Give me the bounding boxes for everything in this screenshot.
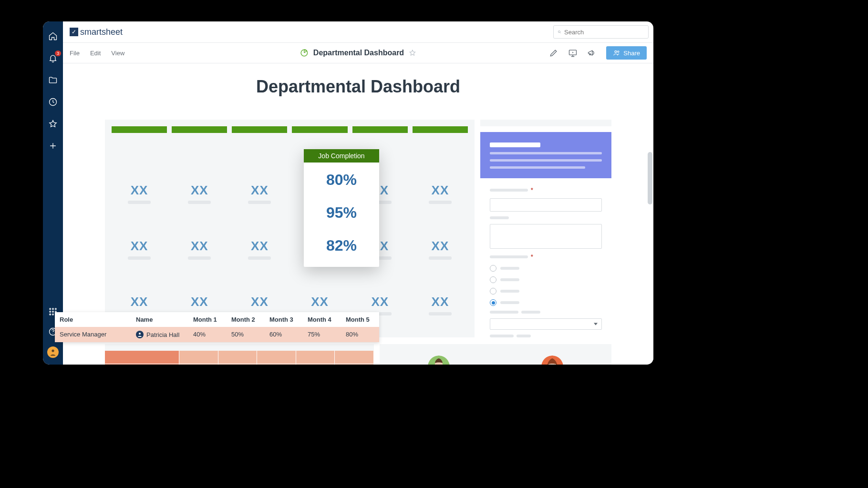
- home-icon[interactable]: [48, 31, 58, 41]
- chevron-down-icon: [594, 322, 598, 326]
- svg-point-14: [558, 31, 560, 33]
- th-month3: Month 3: [265, 312, 303, 327]
- th-name: Name: [131, 312, 188, 327]
- brand-text: smartsheet: [80, 27, 123, 37]
- th-month1: Month 1: [188, 312, 227, 327]
- form-radio-option-selected[interactable]: [490, 299, 602, 306]
- favorite-star-icon[interactable]: [409, 49, 416, 57]
- popup-value: 80%: [326, 171, 357, 189]
- user-avatar[interactable]: [47, 346, 59, 358]
- svg-point-13: [52, 349, 54, 352]
- metric-cell: XX: [112, 228, 167, 271]
- favorites-icon[interactable]: [48, 119, 58, 129]
- svg-point-4: [50, 311, 51, 313]
- cell-month4: 75%: [303, 327, 341, 342]
- metric-col-header: [292, 126, 347, 133]
- form-label: *: [490, 254, 602, 260]
- form-select[interactable]: [490, 318, 602, 330]
- form-label: [490, 311, 602, 314]
- page-heading: Departmental Dashboard: [63, 77, 653, 97]
- present-icon[interactable]: [568, 48, 578, 58]
- svg-point-8: [52, 314, 54, 315]
- th-month4: Month 4: [303, 312, 341, 327]
- brand[interactable]: ✓ smartsheet: [70, 27, 123, 37]
- metric-cell: XX: [413, 172, 468, 215]
- svg-point-18: [618, 51, 619, 52]
- form-label: *: [490, 187, 602, 193]
- heatmap-widget: [105, 344, 374, 365]
- add-icon[interactable]: [48, 141, 58, 151]
- th-month2: Month 2: [227, 312, 265, 327]
- form-radio-option[interactable]: [490, 276, 602, 283]
- form-radio-option[interactable]: [490, 288, 602, 295]
- people-icon: [613, 49, 620, 57]
- svg-point-7: [50, 314, 51, 315]
- metric-col-header: [232, 126, 287, 133]
- edit-icon[interactable]: [549, 48, 558, 58]
- th-month5: Month 5: [341, 312, 379, 327]
- recent-icon[interactable]: [48, 97, 58, 107]
- form-label: [490, 335, 602, 337]
- person-mini-avatar: [136, 331, 144, 338]
- notification-badge: 3: [55, 51, 61, 56]
- svg-point-27: [139, 333, 141, 335]
- person-avatar: [541, 356, 563, 365]
- metric-col-header: [352, 126, 408, 133]
- people-widget: [380, 344, 611, 365]
- form-input[interactable]: [490, 198, 602, 212]
- search-box[interactable]: [553, 25, 649, 39]
- sheet-title: Departmental Dashboard: [313, 49, 404, 57]
- search-icon: [558, 29, 561, 35]
- svg-point-3: [55, 308, 57, 310]
- metric-cell: XX: [413, 228, 468, 271]
- table-header: Role Name Month 1 Month 2 Month 3 Month …: [55, 312, 379, 327]
- popup-value: 95%: [326, 204, 357, 222]
- person-card: [384, 356, 493, 365]
- popup-title: Job Completion: [304, 149, 379, 163]
- scrollbar[interactable]: [648, 152, 652, 204]
- menu-view[interactable]: View: [111, 50, 124, 57]
- metric-cell: XX: [413, 284, 468, 327]
- form-textarea[interactable]: [490, 224, 602, 249]
- form-banner: [480, 132, 611, 178]
- person-card: [498, 356, 607, 365]
- metric-cell: XX: [172, 172, 227, 215]
- svg-point-2: [52, 308, 54, 310]
- notification-icon[interactable]: 3: [48, 53, 58, 63]
- share-button[interactable]: Share: [606, 46, 647, 60]
- cell-month5: 80%: [341, 327, 379, 342]
- data-row-overlay: Role Name Month 1 Month 2 Month 3 Month …: [55, 312, 379, 342]
- form-widget: * *: [480, 120, 611, 337]
- cell-month1: 40%: [188, 327, 227, 342]
- metric-cell: XX: [172, 228, 227, 271]
- menu-file[interactable]: File: [70, 50, 80, 57]
- metrics-grid: XX XX XX XX XX XX XX XX XX XX XX XX XX X…: [105, 120, 475, 337]
- cell-month3: 60%: [265, 327, 303, 342]
- folder-icon[interactable]: [48, 75, 58, 85]
- svg-point-17: [615, 51, 617, 52]
- metric-col-header: [172, 126, 227, 133]
- toolbar: File Edit View Departmental Dashboard Sh…: [63, 42, 653, 63]
- topbar: ✓ smartsheet: [63, 21, 653, 42]
- metric-col-header: [112, 126, 167, 133]
- cell-role: Service Manager: [55, 327, 131, 342]
- th-role: Role: [55, 312, 131, 327]
- svg-point-5: [52, 311, 54, 313]
- metric-col-header: [413, 126, 468, 133]
- form-label: [490, 216, 602, 219]
- sheet-title-group: Departmental Dashboard: [300, 49, 416, 57]
- share-label: Share: [623, 50, 640, 57]
- table-row[interactable]: Service Manager Patricia Hall 40% 50% 60…: [55, 327, 379, 342]
- metric-cell: XX: [112, 172, 167, 215]
- popup-value: 82%: [326, 237, 357, 254]
- form-radio-option[interactable]: [490, 265, 602, 272]
- menu-edit[interactable]: Edit: [90, 50, 101, 57]
- metric-cell: XX: [232, 228, 287, 271]
- widget-placeholder-bar: [480, 120, 611, 126]
- job-completion-popup: Job Completion 80% 95% 82%: [304, 149, 379, 267]
- megaphone-icon[interactable]: [587, 48, 597, 58]
- search-input[interactable]: [564, 29, 644, 36]
- dashboard-icon: [300, 49, 309, 57]
- cell-name: Patricia Hall: [131, 327, 188, 342]
- brand-logo-icon: ✓: [70, 28, 78, 36]
